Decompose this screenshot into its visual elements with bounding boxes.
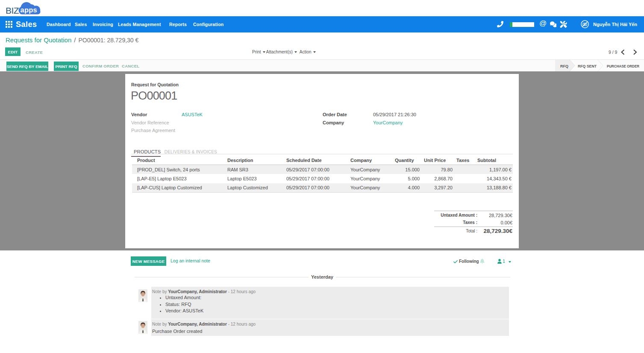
- svg-text:RFQ: RFQ: [560, 64, 568, 68]
- svg-text:RFQ SENT: RFQ SENT: [578, 64, 597, 68]
- svg-text:BIZ: BIZ: [6, 6, 19, 15]
- svg-text:apps: apps: [21, 6, 37, 14]
- svg-text:PURCHASE ORDER: PURCHASE ORDER: [607, 64, 639, 68]
